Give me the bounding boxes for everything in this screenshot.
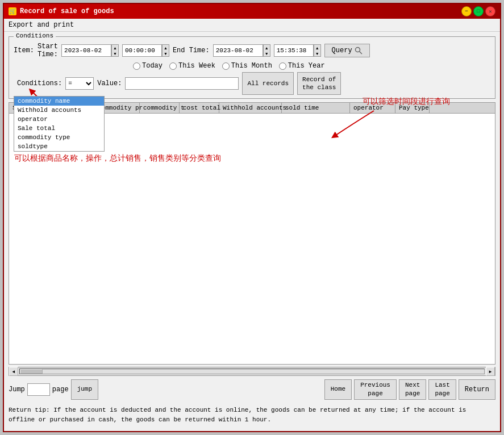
start-time-spin-up[interactable]: ▲ [163, 45, 169, 51]
scrollbar-thumb[interactable] [20, 369, 43, 374]
query-label: Query [332, 47, 352, 55]
return-button[interactable]: Return [459, 379, 495, 400]
export-print-menu[interactable]: Export and print [9, 21, 74, 29]
dropdown-item-3[interactable]: Sale total [14, 124, 104, 133]
col-operator: operator [350, 103, 395, 113]
dropdown-list: commodity name Withhold accounts operato… [14, 96, 105, 152]
value-input[interactable] [125, 77, 239, 90]
start-time-spin[interactable]: ▲ ▼ [162, 44, 169, 57]
scrollbar-track[interactable] [19, 369, 485, 374]
previous-page-button[interactable]: Previouspage [354, 379, 397, 400]
start-time-group: ▲ ▼ [122, 44, 169, 57]
radio-week-input[interactable] [169, 62, 177, 70]
row3: commodity name Withhold accounts operato… [14, 72, 490, 95]
page-label: page [52, 386, 69, 394]
last-page-button[interactable]: Lastpage [428, 379, 456, 400]
dropdown-item-4[interactable]: commodity type [14, 133, 104, 142]
conditions-group: Conditions Item: Start Time: ▲ ▼ ▲ ▼ [9, 36, 495, 99]
end-time-input[interactable] [274, 44, 314, 57]
next-page-label: Nextpage [405, 382, 420, 397]
dropdown-item-1[interactable]: Withhold accounts [14, 106, 104, 115]
scroll-right-button[interactable]: ► [486, 367, 495, 376]
end-time-spin-up[interactable]: ▲ [314, 45, 320, 51]
title-bar: 🛒 Record of sale of goods − □ ✕ [4, 4, 500, 19]
close-button[interactable]: ✕ [485, 6, 495, 16]
start-date-input[interactable] [61, 44, 111, 57]
title-bar-left: 🛒 Record of sale of goods [9, 7, 114, 15]
main-window: 🛒 Record of sale of goods − □ ✕ Export a… [3, 3, 501, 432]
conditions-legend: Conditions [14, 32, 56, 39]
jump-button[interactable]: jump [71, 379, 98, 400]
jump-label: Jump [9, 386, 25, 394]
menu-bar: Export and print [4, 19, 500, 32]
dropdown-item-5[interactable]: soldtype [14, 142, 104, 151]
radio-group: Today This Week This Month This Year [133, 62, 325, 70]
end-time-group: ▲ ▼ [274, 44, 321, 57]
conditions-select[interactable]: = != > < [65, 77, 94, 90]
previous-page-label: Previouspage [360, 382, 390, 397]
svg-point-0 [355, 48, 360, 52]
home-button[interactable]: Home [324, 379, 352, 400]
row1: Item: Start Time: ▲ ▼ ▲ ▼ End Ti [14, 43, 490, 58]
record-class-button[interactable]: Record ofthe class [297, 72, 341, 95]
search-icon [355, 47, 363, 55]
col-commodity-t: commodity t [140, 103, 180, 113]
return-tip: Return tip: If the account is deducted a… [9, 403, 495, 426]
start-time-label: Start Time: [38, 43, 58, 58]
horizontal-scrollbar[interactable]: ◄ ► [9, 367, 495, 376]
window-title: Record of sale of goods [20, 7, 114, 15]
end-date-spin-up[interactable]: ▲ [264, 45, 270, 51]
start-time-input[interactable] [122, 44, 162, 57]
dropdown-item-0[interactable]: commodity name [14, 97, 104, 106]
end-date-group: ▲ ▼ [213, 44, 270, 57]
svg-line-1 [359, 52, 362, 55]
jump-area: Jump page jump [9, 379, 98, 400]
start-time-spin-down[interactable]: ▼ [163, 51, 169, 56]
item-label: Item: [14, 47, 34, 55]
content-area: Conditions Item: Start Time: ▲ ▼ ▲ ▼ [4, 32, 500, 431]
row2: Today This Week This Month This Year [133, 62, 490, 70]
window-controls: − □ ✕ [461, 6, 495, 16]
query-button[interactable]: Query [324, 44, 370, 57]
all-records-label: All records [247, 80, 289, 87]
end-date-input[interactable] [213, 44, 263, 57]
end-time-spin[interactable]: ▲ ▼ [314, 44, 321, 57]
radio-month-input[interactable] [222, 62, 230, 70]
app-icon: 🛒 [9, 7, 16, 15]
radio-today-input[interactable] [133, 62, 140, 70]
minimize-button[interactable]: − [461, 6, 472, 16]
value-label: Value: [97, 80, 122, 87]
start-date-spin-down[interactable]: ▼ [112, 51, 118, 56]
maximize-button[interactable]: □ [473, 6, 484, 16]
nav-buttons: Home Previouspage Nextpage Lastpage Retu… [324, 379, 495, 400]
all-records-button[interactable]: All records [242, 72, 294, 95]
end-date-spin-down[interactable]: ▼ [264, 51, 270, 56]
end-time-spin-down[interactable]: ▼ [314, 51, 320, 56]
footer-nav: Jump page jump Home Previouspage Nextpag… [9, 379, 495, 400]
end-date-spin[interactable]: ▲ ▼ [263, 44, 270, 57]
start-date-spin[interactable]: ▲ ▼ [111, 44, 119, 57]
col-cost-total: cost total [180, 103, 219, 113]
col-sold-time: sold time [282, 103, 350, 113]
end-time-label: End Time: [173, 47, 210, 55]
dropdown-item-2[interactable]: operator [14, 115, 104, 124]
radio-this-week[interactable]: This Week [169, 62, 215, 70]
start-date-spin-up[interactable]: ▲ [112, 45, 118, 51]
last-page-label: Lastpage [435, 382, 449, 397]
scroll-left-button[interactable]: ◄ [9, 367, 18, 376]
conditions-label: Conditions: [17, 80, 62, 87]
radio-year-input[interactable] [279, 62, 286, 70]
col-withhold: Withhold accounts [219, 103, 282, 113]
start-date-group: ▲ ▼ [61, 44, 119, 57]
radio-today[interactable]: Today [133, 62, 163, 70]
jump-page-input[interactable] [27, 383, 50, 396]
record-class-label: Record ofthe class [302, 76, 336, 91]
next-page-button[interactable]: Nextpage [399, 379, 426, 400]
radio-this-year[interactable]: This Year [279, 62, 325, 70]
radio-this-month[interactable]: This Month [222, 62, 272, 70]
col-pay-type: Pay type [395, 103, 430, 113]
